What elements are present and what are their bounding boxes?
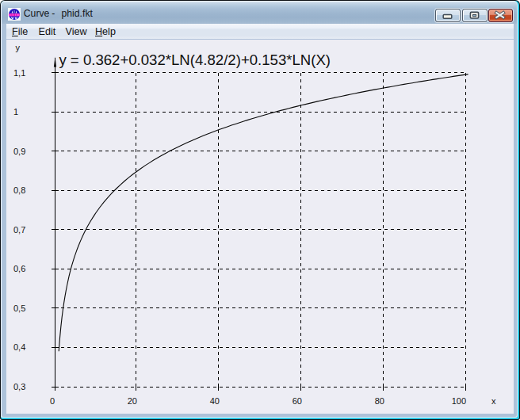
- svg-text:0,7: 0,7: [13, 224, 25, 234]
- svg-text:0,5: 0,5: [13, 303, 25, 312]
- svg-text:0,3: 0,3: [13, 382, 25, 391]
- svg-text:20: 20: [128, 396, 137, 406]
- svg-text:0: 0: [50, 396, 55, 406]
- svg-text:1: 1: [13, 107, 18, 116]
- svg-text:60: 60: [292, 396, 302, 406]
- svg-text:0,6: 0,6: [13, 264, 25, 273]
- svg-text:80: 80: [375, 396, 384, 406]
- svg-text:40: 40: [210, 396, 220, 406]
- svg-text:0,8: 0,8: [13, 185, 25, 195]
- svg-text:y = 0.362+0.032*LN(4.82/2)+0.1: y = 0.362+0.032*LN(4.82/2)+0.153*LN(X): [59, 51, 331, 67]
- svg-text:0,4: 0,4: [13, 342, 25, 352]
- svg-text:1,1: 1,1: [13, 67, 25, 77]
- svg-text:100: 100: [452, 396, 466, 406]
- svg-text:y: y: [16, 43, 21, 52]
- svg-text:x: x: [491, 396, 496, 406]
- svg-text:0,9: 0,9: [13, 146, 25, 155]
